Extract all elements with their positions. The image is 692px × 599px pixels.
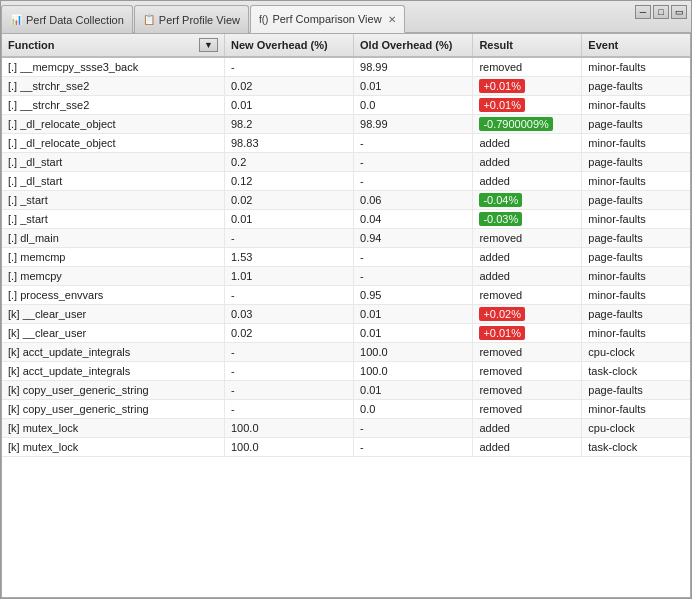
result-badge-negative: +0.01% <box>479 98 525 112</box>
perf-profile-icon: 📋 <box>143 14 155 25</box>
minimize-button[interactable]: ─ <box>635 5 651 19</box>
table-row: [.] dl_main-0.94removedpage-faults <box>2 229 690 248</box>
table-row: [k] mutex_lock100.0-addedcpu-clock <box>2 419 690 438</box>
cell-event: minor-faults <box>582 57 690 77</box>
cell-old-overhead: 0.01 <box>354 77 473 96</box>
table-row: [.] process_envvars-0.95removedminor-fau… <box>2 286 690 305</box>
cell-new-overhead: 0.01 <box>225 96 354 115</box>
cell-function: [.] __strchr_sse2 <box>2 96 225 115</box>
perf-comparison-icon: f() <box>259 14 268 25</box>
result-badge-negative: +0.01% <box>479 79 525 93</box>
tab-close-icon[interactable]: ✕ <box>388 14 396 25</box>
cell-function: [.] __memcpy_ssse3_back <box>2 57 225 77</box>
cell-result: added <box>473 267 582 286</box>
cell-old-overhead: - <box>354 267 473 286</box>
table-row: [k] copy_user_generic_string-0.0removedm… <box>2 400 690 419</box>
cell-old-overhead: 98.99 <box>354 115 473 134</box>
cell-event: minor-faults <box>582 286 690 305</box>
tab-perf-data[interactable]: 📊 Perf Data Collection <box>1 5 133 33</box>
function-dropdown[interactable]: ▼ <box>199 38 218 52</box>
cell-result: -0.7900009% <box>473 115 582 134</box>
cell-function: [k] mutex_lock <box>2 419 225 438</box>
cell-result: removed <box>473 400 582 419</box>
cell-event: minor-faults <box>582 267 690 286</box>
cell-result: added <box>473 419 582 438</box>
cell-old-overhead: - <box>354 419 473 438</box>
table-row: [.] __strchr_sse20.020.01+0.01%page-faul… <box>2 77 690 96</box>
cell-event: minor-faults <box>582 400 690 419</box>
cell-result: removed <box>473 381 582 400</box>
cell-function: [.] memcmp <box>2 248 225 267</box>
cell-new-overhead: 100.0 <box>225 419 354 438</box>
table-row: [.] _start0.020.06-0.04%page-faults <box>2 191 690 210</box>
cell-event: page-faults <box>582 248 690 267</box>
cell-new-overhead: 0.01 <box>225 210 354 229</box>
cell-event: page-faults <box>582 77 690 96</box>
table-row: [.] _dl_relocate_object98.83-addedminor-… <box>2 134 690 153</box>
cell-old-overhead: 0.95 <box>354 286 473 305</box>
result-badge-positive: -0.03% <box>479 212 522 226</box>
cell-old-overhead: 100.0 <box>354 362 473 381</box>
cell-new-overhead: - <box>225 400 354 419</box>
cell-event: page-faults <box>582 191 690 210</box>
column-header-result: Result <box>473 34 582 57</box>
cell-result: +0.01% <box>473 96 582 115</box>
cell-function: [.] _dl_start <box>2 153 225 172</box>
cell-new-overhead: 98.83 <box>225 134 354 153</box>
cell-event: page-faults <box>582 115 690 134</box>
comparison-table: Function ▼ New Overhead (%) Old Overhead… <box>2 34 690 457</box>
cell-old-overhead: 100.0 <box>354 343 473 362</box>
table-row: [.] _dl_start0.2-addedpage-faults <box>2 153 690 172</box>
cell-new-overhead: 0.02 <box>225 191 354 210</box>
tab-perf-profile-label: Perf Profile View <box>159 14 240 26</box>
tab-perf-comparison[interactable]: f() Perf Comparison View ✕ <box>250 5 405 33</box>
perf-data-icon: 📊 <box>10 14 22 25</box>
result-badge-positive: -0.04% <box>479 193 522 207</box>
cell-function: [k] copy_user_generic_string <box>2 400 225 419</box>
cell-event: minor-faults <box>582 210 690 229</box>
cell-function: [k] __clear_user <box>2 305 225 324</box>
cell-old-overhead: 0.01 <box>354 324 473 343</box>
cell-new-overhead: 0.12 <box>225 172 354 191</box>
restore-button[interactable]: □ <box>653 5 669 19</box>
column-header-event: Event <box>582 34 690 57</box>
cell-old-overhead: 0.0 <box>354 400 473 419</box>
cell-new-overhead: 0.03 <box>225 305 354 324</box>
table-row: [k] __clear_user0.020.01+0.01%minor-faul… <box>2 324 690 343</box>
column-header-function: Function ▼ <box>2 34 225 57</box>
cell-new-overhead: - <box>225 343 354 362</box>
cell-result: +0.01% <box>473 324 582 343</box>
cell-result: added <box>473 134 582 153</box>
column-header-new-overhead: New Overhead (%) <box>225 34 354 57</box>
cell-function: [.] _dl_relocate_object <box>2 115 225 134</box>
cell-event: task-clock <box>582 438 690 457</box>
title-bar: 📊 Perf Data Collection 📋 Perf Profile Vi… <box>1 1 691 33</box>
cell-event: task-clock <box>582 362 690 381</box>
cell-function: [.] memcpy <box>2 267 225 286</box>
cell-event: cpu-clock <box>582 419 690 438</box>
cell-result: added <box>473 248 582 267</box>
cell-new-overhead: - <box>225 286 354 305</box>
cell-result: +0.01% <box>473 77 582 96</box>
main-window: 📊 Perf Data Collection 📋 Perf Profile Vi… <box>0 0 692 599</box>
table-row: [.] _start0.010.04-0.03%minor-faults <box>2 210 690 229</box>
table-container[interactable]: Function ▼ New Overhead (%) Old Overhead… <box>2 34 690 597</box>
cell-event: minor-faults <box>582 324 690 343</box>
result-badge-positive: -0.7900009% <box>479 117 552 131</box>
tab-perf-profile[interactable]: 📋 Perf Profile View <box>134 5 249 33</box>
cell-function: [k] mutex_lock <box>2 438 225 457</box>
tab-perf-comparison-label: Perf Comparison View <box>272 13 381 25</box>
cell-function: [k] copy_user_generic_string <box>2 381 225 400</box>
cell-new-overhead: 100.0 <box>225 438 354 457</box>
table-row: [.] memcpy1.01-addedminor-faults <box>2 267 690 286</box>
table-row: [.] _dl_relocate_object98.298.99-0.79000… <box>2 115 690 134</box>
cell-event: cpu-clock <box>582 343 690 362</box>
main-content: Function ▼ New Overhead (%) Old Overhead… <box>1 33 691 598</box>
table-row: [.] __memcpy_ssse3_back-98.99removedmino… <box>2 57 690 77</box>
maximize-button[interactable]: ▭ <box>671 5 687 19</box>
cell-function: [k] __clear_user <box>2 324 225 343</box>
cell-function: [.] dl_main <box>2 229 225 248</box>
cell-new-overhead: - <box>225 381 354 400</box>
cell-new-overhead: - <box>225 362 354 381</box>
table-body: [.] __memcpy_ssse3_back-98.99removedmino… <box>2 57 690 457</box>
